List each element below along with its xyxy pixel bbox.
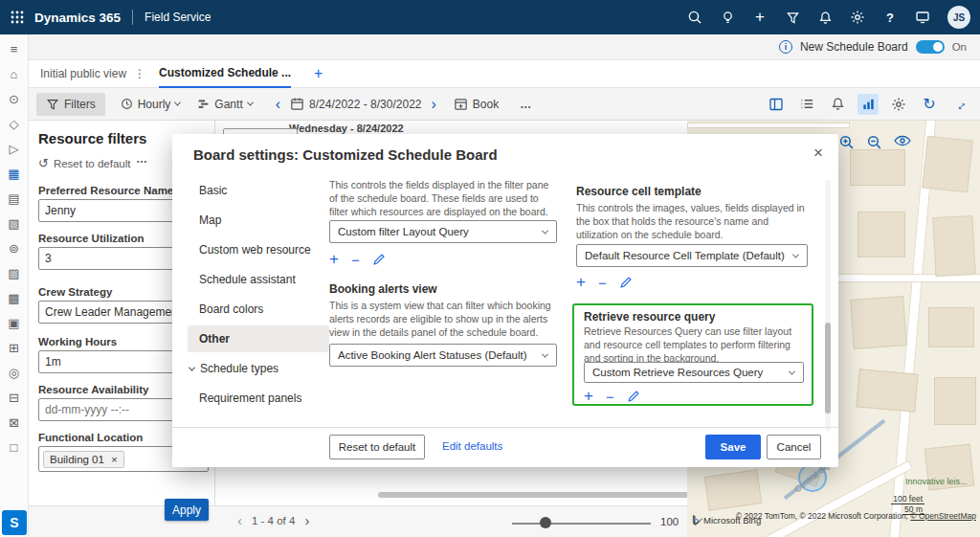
filters-button[interactable]: Filters: [36, 93, 105, 116]
filter-layout-description: This controls the fields displayed in th…: [329, 179, 557, 219]
map-building: [858, 212, 905, 257]
tab-more-icon[interactable]: ⋮: [134, 67, 145, 80]
tab-customized-schedule[interactable]: Customized Schedule ...: [159, 60, 291, 88]
settings-nav-board-colors[interactable]: Board colors: [188, 296, 329, 323]
zoom-slider-knob[interactable]: [540, 517, 551, 528]
next-period-icon[interactable]: ›: [431, 96, 435, 113]
chip-label: Building 01: [50, 454, 104, 465]
settings-nav-custom-web-resource[interactable]: Custom web resource: [188, 236, 329, 263]
remove-icon[interactable]: −: [598, 275, 607, 291]
bell-icon[interactable]: [817, 10, 833, 25]
resource-cell-dropdown[interactable]: Default Resource Cell Template (Default): [576, 244, 808, 267]
list-view-icon[interactable]: [796, 94, 817, 115]
lightbulb-icon[interactable]: [720, 10, 735, 25]
filter-layout-dropdown[interactable]: Custom filter Layout Query: [329, 220, 557, 243]
close-icon[interactable]: ×: [813, 144, 823, 163]
filter-icon[interactable]: [785, 10, 800, 25]
fullscreen-icon[interactable]: ↔: [945, 89, 974, 119]
dialog-scrollbar-thumb[interactable]: [825, 323, 831, 414]
analytics-chart-icon[interactable]: [858, 94, 879, 115]
requirement-panel-icon[interactable]: [766, 94, 787, 115]
zoom-slider-track[interactable]: [512, 523, 651, 525]
settings-nav-requirement-panels[interactable]: Requirement panels: [188, 385, 329, 412]
app-area-title[interactable]: Field Service: [145, 11, 211, 24]
reset-to-default-link[interactable]: ↺ Reset to default: [38, 156, 130, 170]
info-icon[interactable]: i: [779, 40, 792, 54]
refresh-icon[interactable]: ↻: [919, 94, 940, 115]
settings-nav-map[interactable]: Map: [188, 207, 329, 234]
toggle-state-label: On: [952, 41, 967, 53]
retrieve-query-dropdown[interactable]: Custom Retrieve Resources Query: [584, 362, 804, 383]
view-type-dropdown[interactable]: Gantt: [197, 98, 252, 111]
book-button[interactable]: Book: [454, 97, 499, 111]
toolbar-more-icon[interactable]: …: [520, 98, 531, 111]
apply-button[interactable]: Apply: [165, 499, 209, 521]
territories-icon[interactable]: ◎: [7, 366, 22, 379]
work-orders-icon[interactable]: ▤: [7, 191, 22, 205]
agenda-icon[interactable]: ▷: [7, 142, 22, 155]
openstreetmap-link[interactable]: © OpenStreetMap: [910, 511, 976, 521]
recent-icon[interactable]: ⊙: [7, 92, 22, 105]
s-app-badge[interactable]: S: [2, 510, 27, 535]
date-range-picker[interactable]: 8/24/2022 - 8/30/2022: [290, 97, 421, 111]
warehouses-icon[interactable]: ⊟: [7, 391, 22, 404]
edit-pencil-icon[interactable]: [372, 253, 386, 266]
app-launcher-icon[interactable]: [10, 10, 25, 25]
pinned-icon[interactable]: ◇: [7, 117, 22, 130]
map-visibility-eye-icon[interactable]: [894, 134, 911, 153]
app-title[interactable]: Dynamics 365: [34, 11, 121, 25]
cancel-button[interactable]: Cancel: [767, 435, 821, 459]
menu-icon[interactable]: ≡: [7, 42, 22, 56]
edit-pencil-icon[interactable]: [627, 390, 640, 403]
bookings-icon[interactable]: ▧: [7, 216, 22, 230]
edit-pencil-icon[interactable]: [619, 276, 633, 289]
settings-nav-basic[interactable]: Basic: [188, 177, 329, 204]
page-next-icon[interactable]: ›: [304, 514, 309, 527]
user-avatar[interactable]: JS: [947, 6, 970, 29]
add-tab-button[interactable]: +: [314, 65, 323, 82]
chip-remove-icon[interactable]: ×: [111, 454, 118, 465]
previous-period-icon[interactable]: ‹: [276, 96, 280, 113]
feedback-icon[interactable]: [915, 10, 930, 25]
search-icon[interactable]: [687, 10, 702, 25]
resource-cell-actions: + −: [576, 273, 633, 292]
top-nav-actions: + ? JS: [687, 6, 980, 29]
zoom-in-icon[interactable]: [838, 134, 855, 153]
panel-more-icon[interactable]: …: [136, 152, 147, 166]
users-icon[interactable]: □: [7, 440, 22, 454]
map-zoom-controls: [838, 134, 911, 153]
board-settings-gear-icon[interactable]: [888, 94, 909, 115]
requirement-groups-icon[interactable]: ▨: [7, 266, 22, 280]
resources-icon[interactable]: ⊚: [7, 241, 22, 255]
page-previous-icon[interactable]: ‹: [237, 514, 242, 527]
new-schedule-board-toggle[interactable]: [916, 40, 945, 54]
tab-initial-public-view[interactable]: Initial public view: [40, 67, 126, 80]
schedule-board-icon[interactable]: ▦: [7, 167, 22, 180]
alerts-bell-icon[interactable]: [827, 94, 848, 115]
reset-to-default-button[interactable]: Reset to default: [329, 435, 425, 459]
gear-icon[interactable]: [850, 10, 865, 25]
accounts-icon[interactable]: ▣: [7, 316, 22, 329]
add-icon[interactable]: +: [584, 387, 593, 406]
time-scale-dropdown[interactable]: Hourly: [121, 98, 181, 111]
settings-nav-schedule-types[interactable]: Schedule types: [188, 355, 329, 382]
edit-defaults-link[interactable]: Edit defaults: [442, 440, 502, 452]
assets-icon[interactable]: ⊞: [7, 341, 22, 354]
settings-nav-schedule-assistant[interactable]: Schedule assistant: [188, 266, 329, 293]
save-button[interactable]: Save: [705, 435, 761, 459]
remove-icon[interactable]: −: [351, 252, 360, 268]
settings-nav-other[interactable]: Other: [188, 325, 329, 352]
booking-alerts-dropdown[interactable]: Active Booking Alert Statuses (Default): [329, 344, 557, 367]
settings-icon[interactable]: ⊠: [7, 415, 22, 429]
zoom-out-icon[interactable]: [866, 134, 882, 153]
bing-logo[interactable]: Microsoft Bing: [692, 515, 761, 526]
time-off-icon[interactable]: ▩: [7, 291, 22, 304]
help-icon[interactable]: ?: [882, 10, 898, 25]
book-icon: [454, 97, 468, 111]
home-icon[interactable]: ⌂: [7, 67, 22, 80]
remove-icon[interactable]: −: [606, 389, 614, 405]
horizontal-scrollbar[interactable]: [378, 492, 689, 498]
add-icon[interactable]: +: [576, 273, 586, 292]
add-icon[interactable]: +: [329, 250, 339, 269]
add-icon[interactable]: +: [752, 10, 768, 25]
